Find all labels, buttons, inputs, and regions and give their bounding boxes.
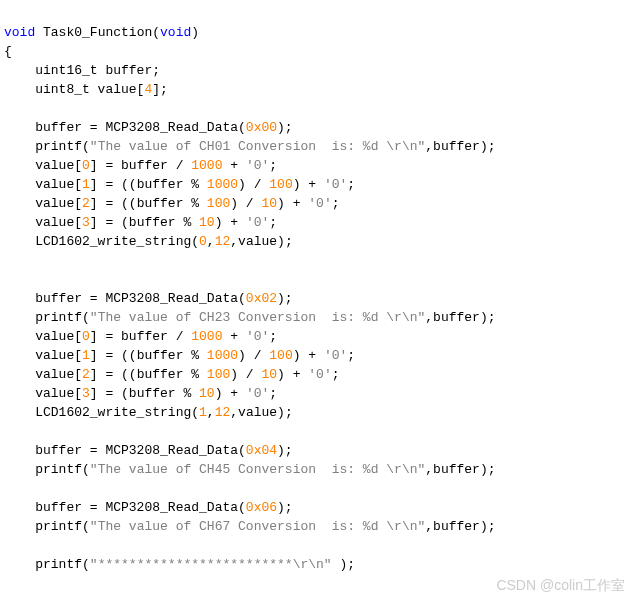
keyword-void: void xyxy=(4,25,35,40)
code-block: void Task0_Function(void) { uint16_t buf… xyxy=(0,0,633,601)
watermark-text: CSDN @colin工作室 xyxy=(496,576,625,595)
